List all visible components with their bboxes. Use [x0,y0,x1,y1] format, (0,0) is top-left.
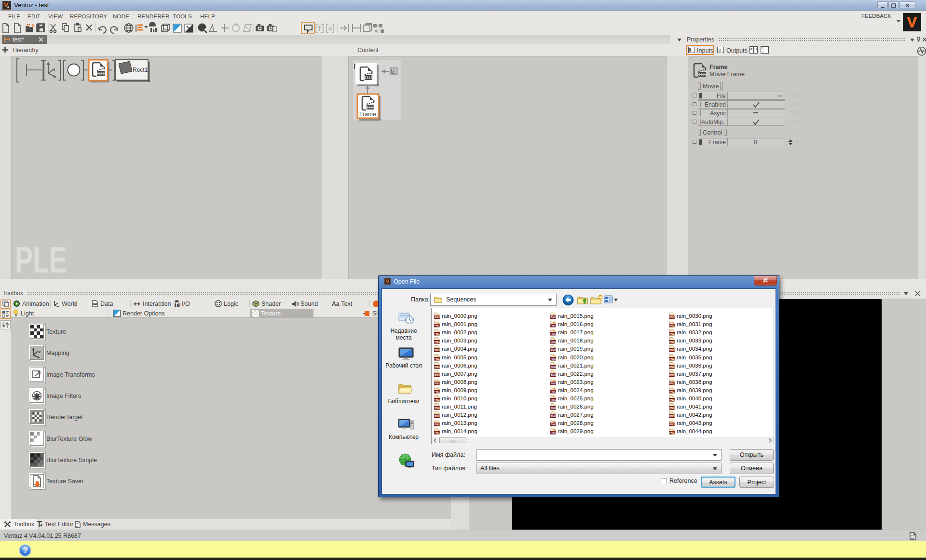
svg-text:Frame: Frame [359,111,376,118]
svg-text:XML: XML [94,303,97,305]
svg-text:0: 0 [755,47,757,51]
svg-text:Rect1: Rect1 [133,67,148,73]
svg-text:?: ? [23,546,28,555]
svg-text:0: 0 [719,48,721,53]
svg-text:0: 0 [762,50,763,54]
svg-text:4: 4 [7,5,9,9]
